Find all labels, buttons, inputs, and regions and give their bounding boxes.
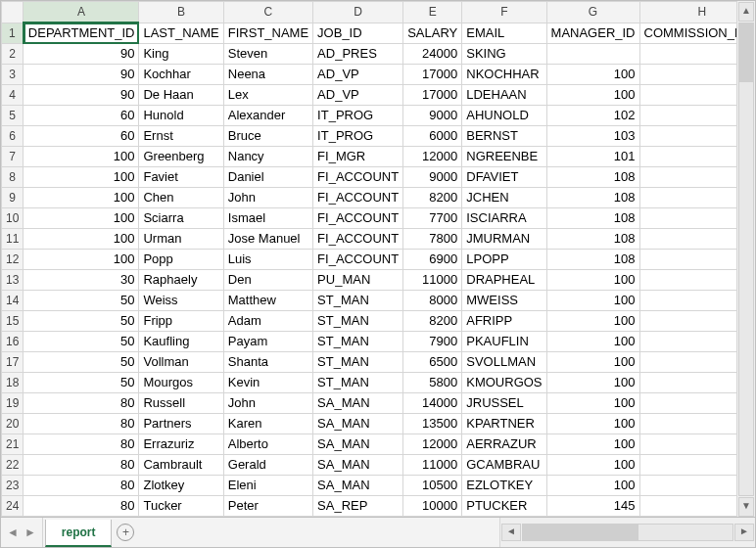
cell-B12[interactable]: Popp	[139, 250, 223, 270]
cell-D3[interactable]: AD_VP	[313, 65, 403, 85]
add-sheet-button[interactable]: +	[112, 518, 139, 547]
cell-G15[interactable]: 100	[546, 311, 639, 332]
column-header-f[interactable]: F	[462, 2, 546, 23]
cell-C6[interactable]: Bruce	[223, 126, 312, 147]
cell-G10[interactable]: 108	[546, 208, 639, 229]
cell-B24[interactable]: Tucker	[139, 496, 223, 517]
cell-A13[interactable]: 30	[24, 270, 139, 291]
cell-B8[interactable]: Faviet	[139, 167, 223, 188]
cell-G12[interactable]: 108	[546, 250, 639, 270]
cell-B4[interactable]: De Haan	[139, 85, 223, 106]
cell-G14[interactable]: 100	[546, 291, 639, 311]
cell-E17[interactable]: 6500	[403, 352, 462, 373]
horizontal-scroll-track[interactable]	[522, 524, 733, 541]
cell-G24[interactable]: 145	[546, 496, 639, 517]
cell-G20[interactable]: 100	[546, 414, 639, 434]
cell-G4[interactable]: 100	[546, 85, 639, 106]
cell-A12[interactable]: 100	[24, 250, 139, 270]
select-all-corner[interactable]	[2, 2, 24, 23]
cell-A17[interactable]: 50	[24, 352, 139, 373]
cell-F12[interactable]: LPOPP	[462, 250, 546, 270]
cell-D21[interactable]: SA_MAN	[313, 434, 403, 455]
cell-C2[interactable]: Steven	[223, 44, 312, 65]
cell-A15[interactable]: 50	[24, 311, 139, 332]
cell-E8[interactable]: 9000	[403, 167, 462, 188]
column-header-a[interactable]: A	[24, 2, 139, 23]
sheet-tab-report[interactable]: report	[45, 520, 113, 547]
cell-E5[interactable]: 9000	[403, 106, 462, 126]
row-header-1[interactable]: 1	[2, 23, 24, 44]
horizontal-scroll-thumb[interactable]	[523, 525, 638, 540]
row-header-22[interactable]: 22	[2, 455, 24, 476]
cell-E24[interactable]: 10000	[403, 496, 462, 517]
vertical-scrollbar[interactable]: ▲ ▼	[736, 1, 755, 518]
cell-E2[interactable]: 24000	[403, 44, 462, 65]
cell-G21[interactable]: 100	[546, 434, 639, 455]
cell-A4[interactable]: 90	[24, 85, 139, 106]
row-header-21[interactable]: 21	[2, 434, 24, 455]
cell-C7[interactable]: Nancy	[223, 147, 312, 167]
cell-A9[interactable]: 100	[24, 188, 139, 208]
cell-C22[interactable]: Gerald	[223, 455, 312, 476]
cell-C8[interactable]: Daniel	[223, 167, 312, 188]
cell-F11[interactable]: JMURMAN	[462, 229, 546, 250]
cell-E21[interactable]: 12000	[403, 434, 462, 455]
cell-D2[interactable]: AD_PRES	[313, 44, 403, 65]
cell-E11[interactable]: 7800	[403, 229, 462, 250]
cell-E16[interactable]: 7900	[403, 332, 462, 352]
cell-F20[interactable]: KPARTNER	[462, 414, 546, 434]
cell-C20[interactable]: Karen	[223, 414, 312, 434]
cell-G11[interactable]: 108	[546, 229, 639, 250]
cell-F22[interactable]: GCAMBRAU	[462, 455, 546, 476]
cell-A1[interactable]: DEPARTMENT_ID	[24, 23, 139, 44]
row-header-11[interactable]: 11	[2, 229, 24, 250]
column-header-g[interactable]: G	[546, 2, 639, 23]
cell-F2[interactable]: SKING	[462, 44, 546, 65]
cell-G1[interactable]: MANAGER_ID	[546, 23, 639, 44]
cell-G23[interactable]: 100	[546, 476, 639, 496]
cell-F10[interactable]: ISCIARRA	[462, 208, 546, 229]
cell-F17[interactable]: SVOLLMAN	[462, 352, 546, 373]
scroll-right-arrow-icon[interactable]: ►	[734, 524, 754, 541]
cell-F18[interactable]: KMOURGOS	[462, 373, 546, 393]
row-header-2[interactable]: 2	[2, 44, 24, 65]
cell-A21[interactable]: 80	[24, 434, 139, 455]
cell-D22[interactable]: SA_MAN	[313, 455, 403, 476]
cell-F3[interactable]: NKOCHHAR	[462, 65, 546, 85]
cell-F14[interactable]: MWEISS	[462, 291, 546, 311]
cell-E3[interactable]: 17000	[403, 65, 462, 85]
cell-G18[interactable]: 100	[546, 373, 639, 393]
cell-B21[interactable]: Errazuriz	[139, 434, 223, 455]
cell-B13[interactable]: Raphaely	[139, 270, 223, 291]
cell-B3[interactable]: Kochhar	[139, 65, 223, 85]
cell-G16[interactable]: 100	[546, 332, 639, 352]
cell-D7[interactable]: FI_MGR	[313, 147, 403, 167]
row-header-5[interactable]: 5	[2, 106, 24, 126]
cell-D14[interactable]: ST_MAN	[313, 291, 403, 311]
cell-B16[interactable]: Kaufling	[139, 332, 223, 352]
cell-F8[interactable]: DFAVIET	[462, 167, 546, 188]
row-header-4[interactable]: 4	[2, 85, 24, 106]
cell-G9[interactable]: 108	[546, 188, 639, 208]
cell-B15[interactable]: Fripp	[139, 311, 223, 332]
cell-D15[interactable]: ST_MAN	[313, 311, 403, 332]
cell-F5[interactable]: AHUNOLD	[462, 106, 546, 126]
cell-B10[interactable]: Sciarra	[139, 208, 223, 229]
cell-F19[interactable]: JRUSSEL	[462, 393, 546, 414]
row-header-16[interactable]: 16	[2, 332, 24, 352]
cell-G17[interactable]: 100	[546, 352, 639, 373]
row-header-19[interactable]: 19	[2, 393, 24, 414]
cell-A16[interactable]: 50	[24, 332, 139, 352]
cell-A11[interactable]: 100	[24, 229, 139, 250]
cell-A5[interactable]: 60	[24, 106, 139, 126]
sheet-nav-prev-icon[interactable]: ◄	[7, 525, 19, 539]
scroll-up-arrow-icon[interactable]: ▲	[738, 2, 754, 22]
cell-B6[interactable]: Ernst	[139, 126, 223, 147]
row-header-23[interactable]: 23	[2, 476, 24, 496]
cell-C10[interactable]: Ismael	[223, 208, 312, 229]
cell-B22[interactable]: Cambrault	[139, 455, 223, 476]
cell-A6[interactable]: 60	[24, 126, 139, 147]
cell-B18[interactable]: Mourgos	[139, 373, 223, 393]
cell-C12[interactable]: Luis	[223, 250, 312, 270]
cell-C16[interactable]: Payam	[223, 332, 312, 352]
